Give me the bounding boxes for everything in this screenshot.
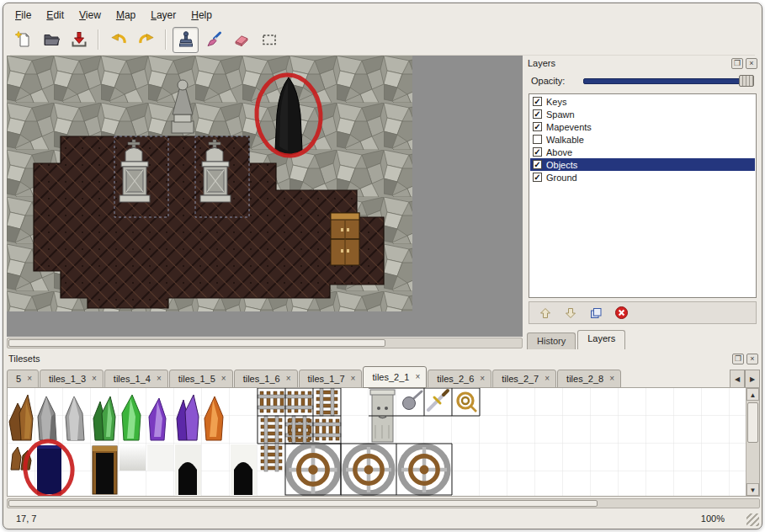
tileset-tab-label: 5 bbox=[16, 374, 21, 384]
layers-panel-title: Layers bbox=[528, 58, 729, 68]
close-panel-icon[interactable]: × bbox=[746, 354, 758, 364]
new-file-button[interactable] bbox=[10, 27, 36, 53]
tab-scroll-right-icon[interactable]: ▶ bbox=[745, 370, 760, 388]
tab-close-icon[interactable]: × bbox=[27, 375, 32, 383]
tileset-tab-label: tiles_2_7 bbox=[502, 374, 539, 384]
tab-close-icon[interactable]: × bbox=[351, 375, 356, 383]
eraser-tool-icon bbox=[232, 30, 251, 49]
select-tool-icon bbox=[260, 30, 279, 49]
stamp-tool-icon bbox=[177, 30, 195, 49]
tileset-hscroll-thumb[interactable] bbox=[8, 500, 598, 507]
statusbar: 17, 7 100% bbox=[3, 509, 762, 529]
tileset-tab-tiles_2_8[interactable]: tiles_2_8 × bbox=[557, 370, 621, 388]
tileset-tab-label: tiles_1_4 bbox=[114, 374, 151, 384]
layer-checkbox[interactable]: ✓ bbox=[533, 122, 542, 131]
tab-layers[interactable]: Layers bbox=[577, 330, 625, 349]
opacity-label: Opacity: bbox=[531, 76, 565, 86]
tileset-view[interactable]: ▲ ▼ bbox=[7, 387, 760, 497]
layer-checkbox[interactable]: ✓ bbox=[533, 147, 542, 157]
select-tool-button[interactable] bbox=[256, 27, 282, 53]
tileset-tab-label: tiles_1_5 bbox=[178, 374, 215, 384]
tab-close-icon[interactable]: × bbox=[545, 375, 550, 383]
new-file-icon bbox=[14, 30, 33, 49]
layer-row-ground[interactable]: ✓ Ground bbox=[530, 171, 755, 184]
layer-checkbox[interactable]: ✓ bbox=[533, 109, 542, 119]
tileset-tab-label: tiles_2_6 bbox=[437, 374, 474, 384]
scroll-up-icon[interactable]: ▲ bbox=[746, 388, 759, 401]
tab-close-icon[interactable]: × bbox=[221, 375, 226, 383]
float-panel-icon[interactable]: ❐ bbox=[731, 58, 743, 69]
map-hscroll-thumb[interactable] bbox=[8, 339, 385, 347]
layers-panel: Layers ❐ × Opacity: ✓ Keys ✓ Spawn ✓ Map… bbox=[524, 56, 761, 350]
opacity-slider[interactable] bbox=[583, 75, 754, 87]
tab-scroll-left-icon[interactable]: ◀ bbox=[730, 370, 745, 388]
tilesets-panel: Tilesets ❐ × 5 × tiles_1_3 × tiles_1_4 ×… bbox=[5, 351, 762, 510]
tab-close-icon[interactable]: × bbox=[480, 375, 485, 383]
delete-layer-icon bbox=[614, 306, 629, 320]
layer-checkbox[interactable]: ✓ bbox=[533, 160, 542, 169]
stamp-tool-button[interactable] bbox=[173, 27, 199, 53]
layer-checkbox[interactable]: ✓ bbox=[533, 173, 542, 182]
tileset-tab-tiles_2_6[interactable]: tiles_2_6 × bbox=[428, 370, 491, 388]
duplicate-layer-button[interactable] bbox=[588, 306, 603, 321]
undo-button[interactable] bbox=[105, 27, 131, 53]
tileset-tab-label: tiles_2_1 bbox=[372, 372, 409, 382]
tileset-horizontal-scrollbar[interactable] bbox=[7, 498, 760, 508]
layer-checkbox[interactable] bbox=[533, 135, 542, 144]
tileset-tab-tiles_1_7[interactable]: tiles_1_7 × bbox=[299, 370, 363, 388]
tileset-tab-tiles_1_6[interactable]: tiles_1_6 × bbox=[234, 370, 298, 388]
opacity-slider-track[interactable] bbox=[583, 78, 752, 84]
float-panel-icon[interactable]: ❐ bbox=[732, 354, 744, 364]
tileset-vertical-scrollbar[interactable]: ▲ ▼ bbox=[746, 388, 759, 496]
tab-close-icon[interactable]: × bbox=[286, 375, 291, 383]
layer-name: Above bbox=[546, 147, 572, 157]
tileset-tab-tiles_1_5[interactable]: tiles_1_5 × bbox=[169, 370, 233, 388]
brush-tool-button[interactable] bbox=[200, 27, 226, 53]
delete-layer-button[interactable] bbox=[614, 306, 629, 321]
menu-help[interactable]: Help bbox=[186, 8, 217, 23]
tileset-tab-5[interactable]: 5 × bbox=[7, 370, 39, 388]
menu-edit[interactable]: Edit bbox=[41, 8, 69, 23]
tab-close-icon[interactable]: × bbox=[157, 375, 162, 383]
menu-layer[interactable]: Layer bbox=[146, 8, 181, 23]
open-button[interactable] bbox=[38, 27, 64, 53]
layer-button-bar bbox=[529, 301, 757, 324]
opacity-slider-thumb[interactable] bbox=[739, 75, 754, 87]
raise-layer-button[interactable] bbox=[538, 306, 553, 321]
tileset-tab-tiles_1_3[interactable]: tiles_1_3 × bbox=[40, 370, 104, 388]
menu-view[interactable]: View bbox=[74, 8, 106, 23]
layer-row-objects[interactable]: ✓ Objects bbox=[530, 158, 755, 171]
tileset-tab-tiles_2_1[interactable]: tiles_2_1 × bbox=[363, 366, 427, 388]
tileset-tab-tiles_2_7[interactable]: tiles_2_7 × bbox=[492, 370, 556, 388]
layer-row-above[interactable]: ✓ Above bbox=[530, 146, 755, 158]
layer-name: Walkable bbox=[546, 135, 584, 145]
layer-row-mapevents[interactable]: ✓ Mapevents bbox=[530, 120, 755, 133]
opacity-row: Opacity: bbox=[529, 73, 756, 90]
close-panel-icon[interactable]: × bbox=[746, 58, 757, 69]
map-horizontal-scrollbar[interactable] bbox=[7, 338, 523, 348]
layer-row-spawn[interactable]: ✓ Spawn bbox=[530, 108, 755, 120]
tab-close-icon[interactable]: × bbox=[92, 375, 97, 383]
menu-file[interactable]: File bbox=[10, 8, 36, 23]
cursor-coordinates: 17, 7 bbox=[16, 513, 36, 524]
tab-close-icon[interactable]: × bbox=[609, 375, 614, 383]
scroll-down-icon[interactable]: ▼ bbox=[746, 483, 759, 496]
lower-layer-icon bbox=[564, 306, 577, 320]
tab-close-icon[interactable]: × bbox=[415, 373, 420, 381]
layer-checkbox[interactable]: ✓ bbox=[533, 97, 542, 106]
redo-button[interactable] bbox=[133, 27, 159, 53]
toolbar-separator bbox=[165, 29, 167, 50]
resize-grip[interactable] bbox=[746, 513, 759, 526]
tileset-vscroll-thumb[interactable] bbox=[747, 402, 758, 443]
save-icon bbox=[70, 30, 88, 49]
map-canvas[interactable] bbox=[7, 56, 523, 337]
lower-layer-button[interactable] bbox=[563, 306, 578, 321]
layer-row-keys[interactable]: ✓ Keys bbox=[530, 95, 755, 108]
tileset-tab-tiles_1_4[interactable]: tiles_1_4 × bbox=[104, 370, 168, 388]
eraser-tool-button[interactable] bbox=[228, 27, 254, 53]
tab-history[interactable]: History bbox=[527, 332, 576, 349]
app-window: File Edit View Map Layer Help bbox=[3, 3, 762, 529]
menu-map[interactable]: Map bbox=[111, 8, 141, 23]
save-button[interactable] bbox=[66, 27, 92, 53]
layer-row-walkable[interactable]: Walkable bbox=[530, 133, 755, 146]
